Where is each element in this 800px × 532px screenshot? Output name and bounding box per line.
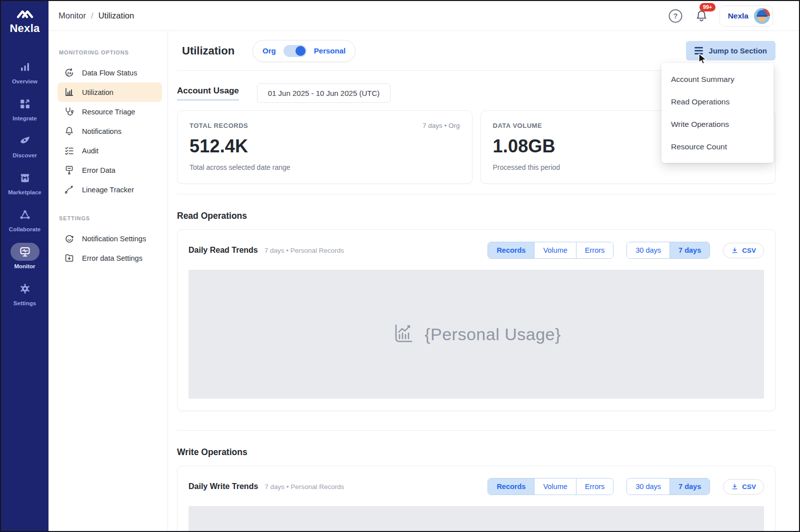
stat-value: 512.4K (190, 136, 460, 157)
gear-icon (10, 280, 40, 298)
stat-label: DATA VOLUME (493, 122, 542, 129)
svg-text:24: 24 (67, 71, 72, 75)
daily-write-trends-title: Daily Write Trends (188, 482, 258, 491)
read-tab-errors[interactable]: Errors (576, 242, 613, 258)
org-personal-toggle[interactable]: Org Personal (252, 40, 356, 62)
stat-subtitle: Processed this period (493, 163, 764, 171)
write-metric-segmented-control: Records Volume Errors (488, 478, 614, 495)
user-chip[interactable]: Nexla (720, 5, 773, 26)
sidebar-item-error-data-settings[interactable]: Error data Settings (58, 248, 162, 268)
read-range-segmented-control: 30 days 7 days (626, 242, 710, 259)
overview-icon (10, 58, 40, 76)
sidebar-item-monitor[interactable]: Monitor (1, 243, 48, 269)
error-data-icon (64, 165, 74, 175)
dropdown-item-account-summary[interactable]: Account Summary (662, 68, 774, 90)
stat-meta: 7 days • Org (422, 122, 460, 129)
daily-write-trends-card: Daily Write Trends 7 days • Personal Rec… (177, 466, 776, 532)
daily-read-trends-title: Daily Read Trends (188, 246, 258, 255)
read-metric-segmented-control: Records Volume Errors (488, 242, 614, 259)
write-tab-records[interactable]: Records (488, 479, 534, 495)
sidebar-item-integrate[interactable]: Integrate (1, 95, 48, 121)
nexla-logo-text: Nexla (10, 22, 40, 35)
read-csv-download-button[interactable]: CSV (723, 243, 764, 258)
write-csv-download-button[interactable]: CSV (723, 479, 764, 495)
daily-read-trends-card: Daily Read Trends 7 days • Personal Reco… (177, 229, 776, 411)
sidebar-item-audit[interactable]: Audit (58, 141, 162, 160)
nexla-logo[interactable]: Nexla (10, 7, 40, 35)
dropdown-item-write-operations[interactable]: Write Operations (662, 113, 774, 135)
chart-placeholder-icon (392, 322, 416, 346)
toggle-switch[interactable] (284, 45, 306, 57)
lineage-icon (64, 184, 74, 195)
sidebar-item-discover[interactable]: Discover (1, 132, 48, 158)
sidebar-item-notifications[interactable]: Notifications (58, 121, 162, 141)
help-button[interactable]: ? (668, 8, 684, 24)
sidebar-item-marketplace[interactable]: Marketplace (1, 169, 48, 195)
dropdown-item-read-operations[interactable]: Read Operations (662, 90, 774, 113)
user-name: Nexla (728, 11, 748, 20)
sidebar-item-error-data[interactable]: Error Data (58, 160, 162, 180)
sidebar-item-settings[interactable]: Settings (1, 280, 48, 306)
folder-download-icon (64, 253, 74, 263)
read-tab-records[interactable]: Records (488, 242, 534, 258)
notifications-button[interactable]: 99+ (694, 8, 710, 24)
toggle-org-label[interactable]: Org (262, 46, 276, 55)
nexla-logo-icon (15, 7, 35, 20)
read-range-30-days[interactable]: 30 days (627, 242, 670, 258)
daily-write-trends-meta: 7 days • Personal Records (264, 483, 344, 491)
write-tab-errors[interactable]: Errors (576, 479, 613, 495)
clock-24-icon: 24 (64, 67, 74, 78)
read-tab-volume[interactable]: Volume (534, 242, 576, 258)
download-icon (731, 247, 738, 254)
settings-section-label: SETTINGS (59, 215, 162, 221)
notification-badge: 99+ (700, 3, 716, 11)
app-window: Nexla Overview Integrate Discover (0, 0, 800, 532)
top-bar: Monitor / Utilization ? 99+ Nexla (48, 1, 799, 31)
toggle-knob (296, 46, 306, 56)
divider (177, 430, 776, 431)
daily-read-trends-meta: 7 days • Personal Records (264, 247, 344, 254)
svg-text:?: ? (673, 12, 678, 20)
bar-chart-icon (64, 87, 74, 97)
date-range-picker[interactable]: 01 Jun 2025 - 10 Jun 2025 (UTC) (257, 83, 390, 103)
breadcrumb-monitor[interactable]: Monitor (58, 11, 86, 20)
dropdown-item-resource-count[interactable]: Resource Count (662, 135, 774, 158)
page-title: Utilization (182, 44, 234, 57)
account-usage-heading: Account Usage (177, 86, 239, 100)
avatar (754, 8, 770, 24)
sidebar-item-overview[interactable]: Overview (1, 58, 48, 84)
write-range-segmented-control: 30 days 7 days (626, 478, 710, 495)
checklist-icon (64, 145, 74, 156)
stat-subtitle: Total across selected date range (190, 163, 460, 171)
placeholder-text: {Personal Usage} (424, 325, 561, 344)
help-icon: ? (668, 8, 683, 23)
sidebar-item-data-flow-status[interactable]: 24 Data Flow Status (58, 63, 162, 82)
sidebar-item-collaborate[interactable]: Collaborate (1, 206, 48, 232)
sidebar-item-lineage-tracker[interactable]: Lineage Tracker (58, 180, 162, 199)
marketplace-icon (10, 169, 40, 187)
sidebar-item-utilization[interactable]: Utilization (58, 82, 162, 102)
write-range-7-days[interactable]: 7 days (670, 479, 710, 495)
primary-sidebar: Nexla Overview Integrate Discover (1, 1, 48, 531)
discover-icon (10, 132, 40, 150)
jump-to-section-button[interactable]: Jump to Section (686, 41, 776, 60)
download-icon (731, 483, 738, 491)
sidebar-item-notification-settings[interactable]: Notification Settings (58, 229, 162, 248)
read-operations-heading: Read Operations (177, 211, 776, 221)
write-range-30-days[interactable]: 30 days (627, 479, 670, 495)
collaborate-icon (10, 206, 40, 224)
stethoscope-icon (64, 106, 74, 117)
read-chart-placeholder: {Personal Usage} (188, 270, 764, 399)
monitor-icon (10, 243, 40, 261)
sidebar-item-resource-triage[interactable]: Resource Triage (58, 102, 162, 121)
write-tab-volume[interactable]: Volume (534, 479, 576, 495)
total-records-card: TOTAL RECORDS 7 days • Org 512.4K Total … (177, 110, 472, 184)
read-range-7-days[interactable]: 7 days (670, 242, 710, 258)
notification-settings-icon (64, 233, 74, 244)
write-chart-placeholder (188, 506, 764, 532)
stat-label: TOTAL RECORDS (190, 122, 248, 129)
integrate-icon (10, 95, 40, 113)
hamburger-icon (694, 47, 703, 54)
toggle-personal-label[interactable]: Personal (314, 46, 346, 55)
jump-to-section-dropdown: Account Summary Read Operations Write Op… (662, 63, 774, 163)
